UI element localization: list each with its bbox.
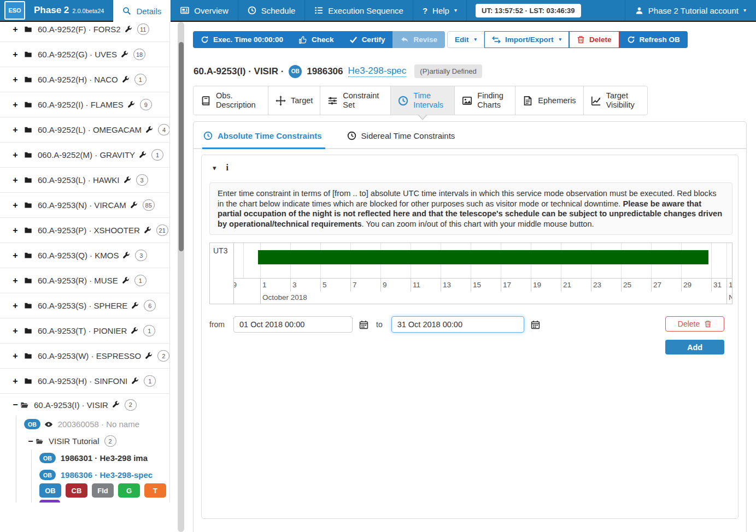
- folder-visir-tutorial[interactable]: − VISIR Tutorial 2: [0, 433, 169, 450]
- status-badge-ob[interactable]: OB: [39, 483, 61, 498]
- wrench-icon: [145, 126, 153, 134]
- wrench-icon: [139, 151, 146, 159]
- expand-plus-icon[interactable]: +: [11, 326, 20, 336]
- tab-constraint-set[interactable]: Constraint Set: [320, 86, 391, 115]
- from-date-input[interactable]: [233, 316, 353, 333]
- sidebar-run-kmos[interactable]: + 60.A-9253(Q) · KMOS 3: [0, 243, 169, 268]
- import-export-button[interactable]: Import/Export ▾: [484, 31, 569, 48]
- info-icon[interactable]: i: [226, 163, 228, 173]
- chart-band: [234, 243, 732, 278]
- sidebar-run-flames[interactable]: + 60.A-9252(I) · FLAMES 9: [0, 92, 169, 117]
- sidebar-run-espresso[interactable]: + 60.A-9253(W) · ESPRESSO 2: [0, 344, 169, 369]
- status-badge-g[interactable]: G: [118, 483, 140, 498]
- chevron-down-icon: ▾: [559, 37, 561, 42]
- expand-plus-icon[interactable]: +: [11, 301, 20, 311]
- sidebar-run-vircam[interactable]: + 60.A-9253(N) · VIRCAM 85: [0, 193, 169, 218]
- expand-plus-icon[interactable]: +: [11, 100, 20, 110]
- tree-guide-line: [31, 450, 32, 503]
- expand-plus-icon[interactable]: +: [11, 226, 20, 235]
- delete-ob-button[interactable]: Delete: [569, 31, 619, 48]
- time-interval-chart[interactable]: UT3 29 1 3 5 7: [209, 243, 732, 304]
- runs-list: + 60.A-9252(F) · FORS2 11 + 60.A-9252(G)…: [0, 22, 169, 503]
- sidebar-run-naco[interactable]: + 60.A-9252(H) · NACO 1: [0, 67, 169, 92]
- expand-plus-icon[interactable]: +: [11, 276, 20, 286]
- nav-tab-help[interactable]: ? Help ▾: [413, 0, 466, 21]
- chart-plot-area[interactable]: 29 1 3 5 7 9 11 13 15 17 19 21 2: [234, 243, 732, 304]
- certify-button[interactable]: Certify: [342, 31, 393, 48]
- sidebar-run-gravity[interactable]: + 060.A-9252(M) · GRAVITY 1: [0, 143, 169, 168]
- revise-button[interactable]: Revise: [392, 31, 445, 48]
- collapse-minus-icon[interactable]: −: [26, 436, 35, 446]
- exchange-arrows-icon: [492, 36, 501, 44]
- sidebar-run-hawki[interactable]: + 60.A-9253(L) · HAWKI 3: [0, 168, 169, 193]
- account-menu[interactable]: Phase 2 Tutorial account ▾: [625, 0, 756, 21]
- status-badge-cb[interactable]: CB: [66, 483, 87, 498]
- refresh-icon: [201, 36, 209, 44]
- tab-target-visibility[interactable]: Target Visibility: [584, 86, 647, 115]
- folder-open-icon: [35, 438, 44, 445]
- collapse-minus-icon[interactable]: −: [11, 400, 20, 410]
- tab-finding-charts[interactable]: Finding Charts: [455, 86, 515, 115]
- status-badge-clipped[interactable]: [39, 500, 60, 503]
- expand-plus-icon[interactable]: +: [11, 351, 20, 361]
- ob-item-noname[interactable]: OB 200360058 · No name: [0, 416, 169, 433]
- subtab-absolute-time-constraints[interactable]: Absolute Time Constraints: [202, 131, 325, 149]
- exec-time-button[interactable]: Exec. Time 00:00:00: [193, 31, 291, 48]
- collapse-caret-icon[interactable]: ▾: [213, 164, 216, 172]
- edit-button[interactable]: Edit ▾: [447, 31, 484, 48]
- ob-count-badge: 9: [140, 99, 152, 110]
- nav-tab-schedule[interactable]: Schedule: [238, 0, 305, 21]
- sidebar-run-muse[interactable]: + 60.A-9253(R) · MUSE 1: [0, 268, 169, 293]
- expand-plus-icon[interactable]: +: [11, 376, 20, 386]
- check-button[interactable]: Check: [291, 31, 342, 48]
- tab-ephemeris[interactable]: Ephemeris: [515, 86, 583, 115]
- ob-item-1986306-selected[interactable]: OB 1986306 · He3-298-spec: [0, 466, 169, 483]
- ob-status-badge: (P)artially Defined: [414, 64, 482, 78]
- runs-tree-sidebar: + 60.A-9252(F) · FORS2 11 + 60.A-9252(G)…: [0, 22, 170, 503]
- sidebar-run-sinfoni[interactable]: + 60.A-9253(H) · SINFONI 1: [0, 369, 169, 394]
- ob-item-1986301[interactable]: OB 1986301 · He3-298 ima: [0, 450, 169, 466]
- add-interval-button[interactable]: Add: [665, 340, 724, 354]
- sidebar-run-fors2[interactable]: + 60.A-9252(F) · FORS2 11: [0, 22, 169, 42]
- refresh-ob-button[interactable]: Refresh OB: [619, 31, 688, 48]
- tab-target[interactable]: Target: [268, 86, 320, 115]
- delete-interval-button[interactable]: Delete: [665, 316, 724, 332]
- run-label: 60.A-9253(S) · SPHERE: [38, 301, 127, 310]
- expand-plus-icon[interactable]: +: [11, 200, 20, 210]
- ob-name-link[interactable]: He3-298-spec: [348, 66, 407, 77]
- subtab-label: Absolute Time Constraints: [218, 131, 322, 140]
- calendar-icon[interactable]: [531, 320, 540, 329]
- ob-badge: OB: [289, 65, 302, 78]
- sidebar-scrollbar-thumb[interactable]: [179, 42, 184, 251]
- status-badge-t[interactable]: T: [144, 483, 166, 498]
- expand-plus-icon[interactable]: +: [11, 75, 20, 85]
- expand-plus-icon[interactable]: +: [11, 25, 20, 34]
- sidebar-scrollbar-track[interactable]: [178, 22, 184, 532]
- time-intervals-panel: Absolute Time Constraints Sidereal Time …: [193, 121, 747, 532]
- expand-plus-icon[interactable]: +: [11, 251, 20, 261]
- calendar-icon[interactable]: [359, 320, 368, 329]
- sidebar-run-sphere[interactable]: + 60.A-9253(S) · SPHERE 6: [0, 293, 169, 318]
- nav-tab-overview[interactable]: Overview: [171, 0, 238, 21]
- expand-plus-icon[interactable]: +: [11, 175, 20, 185]
- sidebar-run-visir[interactable]: − 60.A-9253(I) · VISIR 2: [0, 394, 169, 416]
- sidebar-run-xshooter[interactable]: + 60.A-9253(P) · XSHOOTER 21: [0, 218, 169, 243]
- tab-obs-description[interactable]: Obs. Description: [194, 86, 268, 115]
- expand-plus-icon[interactable]: +: [11, 50, 20, 60]
- sidebar-run-omegacam[interactable]: + 60.A-9252(L) · OMEGACAM 4: [0, 117, 169, 143]
- tab-time-intervals[interactable]: Time Intervals: [391, 86, 455, 115]
- wrench-icon: [130, 202, 138, 209]
- expand-plus-icon[interactable]: +: [11, 150, 20, 160]
- sidebar-run-uves[interactable]: + 60.A-9252(G) · UVES 18: [0, 42, 169, 67]
- sidebar-run-pionier[interactable]: + 60.A-9253(T) · PIONIER 1: [0, 318, 169, 344]
- nav-tab-execution-sequence[interactable]: Execution Sequence: [305, 0, 413, 21]
- to-date-input[interactable]: [391, 316, 524, 333]
- eso-logo[interactable]: ESO: [4, 1, 25, 20]
- expand-plus-icon[interactable]: +: [11, 125, 20, 135]
- run-label: 60.A-9253(T) · PIONIER: [38, 326, 127, 335]
- status-badge-fld[interactable]: Fld: [92, 483, 114, 498]
- subtab-sidereal-time-constraints[interactable]: Sidereal Time Constraints: [346, 131, 459, 149]
- delete-ob-label: Delete: [589, 36, 612, 44]
- time-interval-bar[interactable]: [258, 250, 708, 264]
- nav-tab-details[interactable]: Details: [113, 0, 171, 22]
